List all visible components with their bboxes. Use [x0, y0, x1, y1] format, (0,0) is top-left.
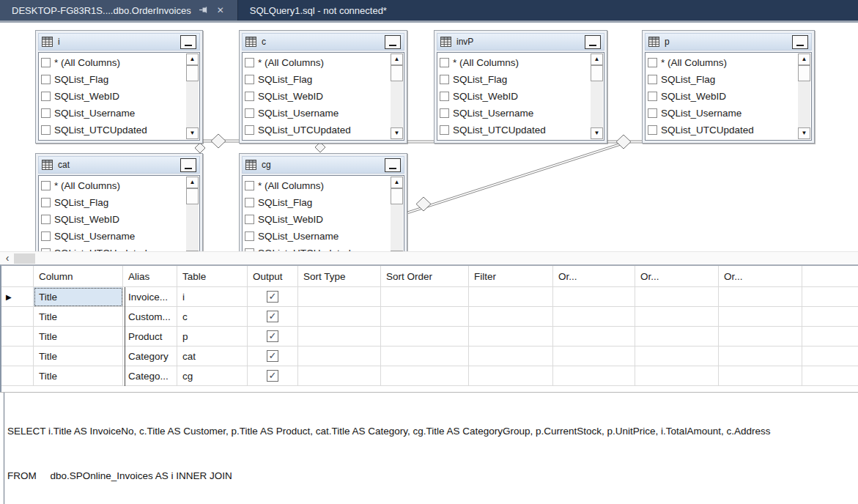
cell-column[interactable]: Title: [34, 327, 123, 346]
join-line[interactable]: [407, 142, 624, 212]
scroll-up-button[interactable]: ▲: [391, 53, 403, 65]
table-column-row[interactable]: SQList_WebID: [41, 211, 185, 228]
column-checkbox[interactable]: [440, 58, 449, 67]
column-checkbox[interactable]: [245, 92, 254, 101]
scroll-thumb[interactable]: [391, 188, 403, 204]
scroll-down-button[interactable]: ▼: [186, 251, 199, 251]
cell-or-2[interactable]: [635, 366, 719, 386]
table-column-row[interactable]: SQList_Flag: [41, 194, 185, 211]
column-checkbox[interactable]: [245, 108, 254, 118]
column-checkbox[interactable]: [41, 75, 51, 84]
cell-column[interactable]: Title: [34, 307, 123, 327]
scroll-up-button[interactable]: ▲: [391, 177, 403, 188]
vertical-scrollbar[interactable]: ▲ ▼: [391, 177, 403, 251]
header-alias[interactable]: Alias: [123, 266, 177, 287]
table-column-row[interactable]: SQList_Flag: [41, 71, 185, 88]
table-window-header[interactable]: cg: [242, 156, 404, 174]
table-window[interactable]: c * (All Columns) SQList_Flag SQList_Web…: [239, 30, 407, 144]
table-column-row[interactable]: * (All Columns): [41, 54, 185, 71]
table-column-row[interactable]: * (All Columns): [648, 54, 796, 71]
minimize-button[interactable]: [792, 35, 808, 49]
cell-sort-type[interactable]: [298, 346, 381, 366]
scroll-left-icon[interactable]: ‹: [1, 252, 13, 265]
table-window[interactable]: p * (All Columns) SQList_Flag SQList_Web…: [642, 30, 815, 144]
row-selector[interactable]: ▶: [1, 287, 34, 307]
output-checkbox[interactable]: ✓: [267, 370, 278, 382]
output-checkbox[interactable]: ✓: [267, 350, 278, 362]
table-column-row[interactable]: SQList_WebID: [245, 88, 389, 105]
cell-or-2[interactable]: [635, 307, 719, 327]
cell-alias[interactable]: Catego...: [123, 366, 177, 386]
output-checkbox[interactable]: ✓: [267, 291, 278, 303]
vertical-scrollbar[interactable]: ▲ ▼: [186, 177, 199, 251]
minimize-button[interactable]: [385, 158, 401, 172]
cell-table[interactable]: cg: [177, 366, 248, 386]
cell-sort-type[interactable]: [298, 327, 381, 346]
cell-table[interactable]: p: [177, 327, 248, 346]
table-column-row[interactable]: SQList_Username: [648, 105, 796, 122]
table-column-row[interactable]: SQList_Flag: [245, 71, 389, 88]
cell-sort-type[interactable]: [298, 366, 381, 386]
header-column[interactable]: Column: [34, 266, 123, 287]
column-checkbox[interactable]: [245, 248, 254, 251]
scroll-thumb[interactable]: [591, 65, 603, 81]
scroll-thumb[interactable]: [391, 65, 403, 81]
table-column-row[interactable]: SQList_UTCUpdated: [41, 245, 185, 251]
table-window-header[interactable]: cat: [38, 156, 200, 174]
column-checkbox[interactable]: [245, 198, 254, 207]
cell-filter[interactable]: [469, 327, 553, 346]
join-diamond-icon[interactable]: [211, 134, 226, 148]
diagram-pane[interactable]: i * (All Columns) SQList_Flag SQList_Web…: [0, 23, 858, 251]
table-column-row[interactable]: SQList_WebID: [41, 88, 185, 105]
cell-or-3[interactable]: [719, 327, 802, 346]
cell-or-1[interactable]: [553, 307, 635, 327]
cell-or-1[interactable]: [553, 327, 635, 346]
column-checkbox[interactable]: [41, 125, 51, 135]
table-column-row[interactable]: SQList_WebID: [648, 88, 796, 105]
cell-sort-order[interactable]: [381, 287, 469, 307]
scroll-down-button[interactable]: ▼: [798, 127, 810, 139]
output-checkbox[interactable]: ✓: [267, 330, 278, 342]
column-checkbox[interactable]: [648, 108, 657, 118]
table-column-row[interactable]: SQList_UTCUpdated: [245, 122, 389, 138]
row-selector[interactable]: [1, 346, 34, 366]
diagram-hscrollbar[interactable]: ‹: [0, 251, 858, 264]
table-column-row[interactable]: SQList_WebID: [440, 88, 589, 105]
cell-or-2[interactable]: [635, 287, 719, 307]
scroll-down-button[interactable]: ▼: [186, 127, 199, 139]
cell-sort-type[interactable]: [298, 287, 381, 307]
cell-sort-order[interactable]: [381, 307, 469, 327]
tab-order-invoices[interactable]: DESKTOP-FG83R1S....dbo.OrderInvoices ✕: [0, 0, 237, 21]
cell-or-2[interactable]: [635, 327, 719, 346]
vertical-scrollbar[interactable]: ▲ ▼: [798, 53, 810, 139]
table-window[interactable]: i * (All Columns) SQList_Flag SQList_Web…: [35, 30, 203, 144]
header-sort-type[interactable]: Sort Type: [298, 266, 381, 287]
cell-sort-order[interactable]: [381, 346, 469, 366]
minimize-button[interactable]: [385, 35, 401, 49]
cell-table[interactable]: c: [177, 307, 248, 327]
scroll-up-button[interactable]: ▲: [591, 53, 603, 65]
column-checkbox[interactable]: [648, 58, 657, 67]
vertical-scrollbar[interactable]: ▲ ▼: [186, 53, 199, 139]
minimize-button[interactable]: [180, 158, 196, 172]
table-column-row[interactable]: SQList_Username: [41, 228, 185, 245]
column-checkbox[interactable]: [41, 198, 51, 207]
cell-filter[interactable]: [469, 307, 553, 327]
column-checkbox[interactable]: [245, 215, 254, 224]
tab-sqlquery1[interactable]: SQLQuery1.sql - not connected*: [237, 0, 399, 21]
table-window-header[interactable]: c: [242, 33, 404, 51]
header-or-2[interactable]: Or...: [635, 266, 719, 287]
table-column-row[interactable]: * (All Columns): [440, 54, 589, 71]
cell-or-3[interactable]: [719, 307, 802, 327]
header-filter[interactable]: Filter: [469, 266, 553, 287]
column-checkbox[interactable]: [41, 248, 51, 251]
table-column-row[interactable]: SQList_Username: [245, 105, 389, 122]
cell-alias[interactable]: Category: [123, 346, 177, 366]
row-selector[interactable]: [1, 307, 34, 327]
cell-sort-type[interactable]: [298, 307, 381, 327]
table-column-row[interactable]: SQList_Flag: [648, 71, 796, 88]
table-column-row[interactable]: SQList_WebID: [245, 211, 389, 228]
column-checkbox[interactable]: [440, 125, 449, 135]
table-column-row[interactable]: * (All Columns): [245, 54, 389, 71]
column-checkbox[interactable]: [648, 92, 657, 101]
